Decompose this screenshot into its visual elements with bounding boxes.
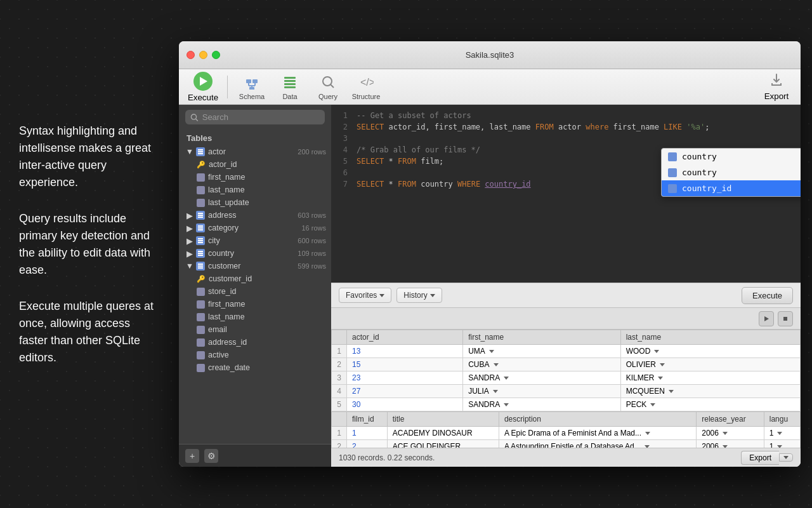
cell-description[interactable]: A Astounding Epistle of a Database Ad... [499, 440, 696, 448]
execute-toolbar-button[interactable]: Execute [184, 71, 222, 103]
search-input-wrap[interactable] [185, 110, 325, 124]
table-item-customer[interactable]: ▼ customer 599 rows [179, 260, 331, 272]
table-name-customer: customer [208, 262, 294, 271]
cell-last-name[interactable]: PECK [620, 398, 800, 411]
th-first-name-1[interactable]: first_name [463, 330, 621, 345]
cell-last-name[interactable]: MCQUEEN [620, 385, 800, 398]
main-content: Tables ▼ actor 200 rows 🔑 actor_id [179, 105, 801, 467]
table-item-address[interactable]: ▶ address 603 rows [179, 209, 331, 222]
column-address-id[interactable]: address_id [179, 336, 331, 349]
cell-first-name[interactable]: SANDRA [463, 398, 621, 411]
cell-actor-id[interactable]: 23 [347, 371, 463, 385]
settings-button[interactable]: ⚙ [204, 449, 218, 463]
cell-release-year[interactable]: 2006 [697, 440, 764, 448]
table-item-country[interactable]: ▶ country 109 rows [179, 247, 331, 260]
th-title[interactable]: title [387, 412, 499, 427]
column-active[interactable]: active [179, 349, 331, 361]
column-store-id[interactable]: store_id [179, 285, 331, 298]
editor-content[interactable]: 1 2 3 4 5 6 7 -- Get a subset of actors … [331, 105, 801, 283]
column-last-update-actor[interactable]: last_update [179, 196, 331, 209]
data-button[interactable]: Data [271, 71, 309, 103]
th-last-name-1[interactable]: last_name [620, 330, 800, 345]
query-editor: 1 2 3 4 5 6 7 -- Get a subset of actors … [331, 105, 801, 283]
tagline-1: Syntax highlighting and intellisense mak… [19, 123, 160, 191]
add-table-button[interactable]: + [185, 449, 199, 463]
export-main-button[interactable]: Export [741, 451, 779, 465]
th-actor-id[interactable]: actor_id [347, 330, 463, 345]
table-icon-customer [196, 262, 205, 271]
play-result-button[interactable] [759, 311, 774, 326]
cell-description[interactable]: A Epic Drama of a Feminist And a Mad... [499, 427, 696, 440]
schema-button[interactable]: Schema [233, 71, 271, 103]
table-item-category[interactable]: ▶ category 16 rows [179, 222, 331, 234]
status-bar: 1030 records. 0.22 seconds. Export [331, 448, 801, 467]
column-first-name-actor[interactable]: first_name [179, 171, 331, 184]
cell-title[interactable]: ACADEMY DINOSAUR [387, 427, 499, 440]
cell-film-id[interactable]: 1 [347, 427, 388, 440]
cell-title[interactable]: ACE GOLDFINGER [387, 440, 499, 448]
cell-langu[interactable]: 1 [764, 427, 800, 440]
col-icon-address-id [197, 338, 205, 347]
th-release-year[interactable]: release_year [697, 412, 764, 427]
cell-release-year[interactable]: 2006 [697, 427, 764, 440]
column-actor-id[interactable]: 🔑 actor_id [179, 158, 331, 171]
cell-last-name[interactable]: OLIVIER [620, 358, 800, 371]
stop-result-button[interactable] [778, 311, 793, 326]
col-name-last-update-actor: last_update [208, 198, 326, 207]
col-name-customer-id: customer_id [209, 274, 326, 283]
th-description[interactable]: description [499, 412, 696, 427]
column-last-name-actor[interactable]: last_name [179, 184, 331, 196]
cell-first-name[interactable]: CUBA [463, 358, 621, 371]
autocomplete-dropdown: country country country_id [661, 148, 801, 197]
results-toolbar [331, 308, 801, 330]
table-name-actor: actor [208, 147, 294, 156]
ac-icon-2 [668, 168, 677, 177]
maximize-button[interactable] [212, 51, 220, 59]
ac-icon-3 [668, 184, 677, 193]
cell-first-name[interactable]: JULIA [463, 385, 621, 398]
th-film-id[interactable]: film_id [347, 412, 388, 427]
ac-item-country-1[interactable]: country [662, 149, 801, 164]
column-last-name-customer[interactable]: last_name [179, 311, 331, 323]
table-count-city: 600 rows [298, 237, 326, 244]
cell-last-name[interactable]: WOOD [620, 345, 800, 358]
column-create-date[interactable]: create_date [179, 361, 331, 374]
cell-first-name[interactable]: SANDRA [463, 371, 621, 385]
query-execute-button[interactable]: Execute [742, 287, 793, 304]
export-toolbar-button[interactable]: Export [757, 71, 796, 103]
svg-rect-6 [249, 87, 254, 90]
favorites-button[interactable]: Favorites [339, 288, 391, 303]
col-name-email: email [208, 325, 326, 334]
th-langu[interactable]: langu [764, 412, 800, 427]
ac-item-country-2[interactable]: country [662, 164, 801, 180]
cell-last-name[interactable]: KILMER [620, 371, 800, 385]
table-count-category: 16 rows [301, 224, 326, 232]
query-button[interactable]: Query [309, 71, 347, 103]
svg-rect-21 [198, 217, 203, 218]
chevron-city: ▶ [187, 237, 193, 244]
cell-actor-id[interactable]: 15 [347, 358, 463, 371]
column-first-name-customer[interactable]: first_name [179, 298, 331, 311]
history-button[interactable]: History [396, 288, 442, 303]
column-customer-id[interactable]: 🔑 customer_id [179, 272, 331, 285]
ac-item-country-id[interactable]: country_id [662, 180, 801, 196]
table-item-city[interactable]: ▶ city 600 rows [179, 234, 331, 247]
table-item-actor[interactable]: ▼ actor 200 rows [179, 145, 331, 158]
cell-actor-id[interactable]: 27 [347, 385, 463, 398]
minimize-button[interactable] [199, 51, 207, 59]
cell-first-name[interactable]: UMA [463, 345, 621, 358]
query-icon [319, 73, 337, 91]
table-row: 2 15 CUBA OLIVIER [332, 358, 801, 371]
export-dropdown-button[interactable] [779, 453, 793, 462]
cell-actor-id[interactable]: 30 [347, 398, 463, 411]
close-button[interactable] [187, 51, 195, 59]
search-input[interactable] [202, 112, 320, 122]
cell-langu[interactable]: 1 [764, 440, 800, 448]
structure-button[interactable]: </> Structure [347, 71, 385, 103]
cell-film-id[interactable]: 2 [347, 440, 388, 448]
column-email[interactable]: email [179, 323, 331, 336]
row-num: 3 [332, 371, 347, 385]
svg-rect-26 [198, 240, 203, 241]
right-panel: 1 2 3 4 5 6 7 -- Get a subset of actors … [331, 105, 801, 467]
cell-actor-id[interactable]: 13 [347, 345, 463, 358]
